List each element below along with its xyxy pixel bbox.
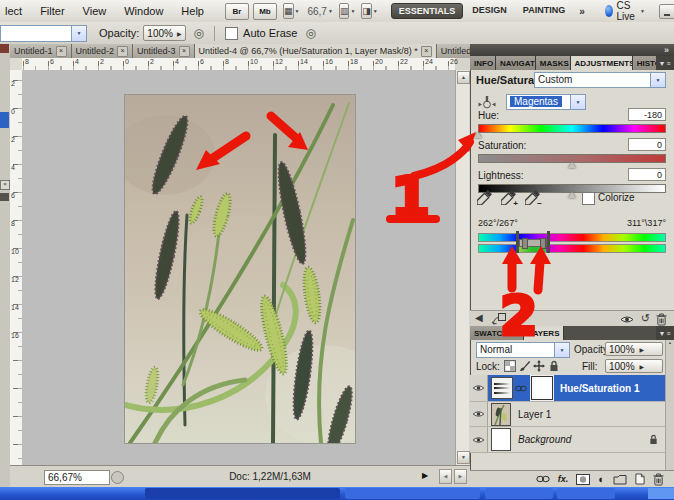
range-feather-tab-right[interactable] — [540, 238, 546, 249]
close-icon[interactable] — [179, 46, 190, 57]
hue-slider-thumb[interactable] — [474, 132, 482, 138]
eyedropper-icon[interactable] — [477, 190, 493, 206]
cs-live-button[interactable]: CS Live ▼ — [605, 0, 647, 22]
tablet-pressure-size-icon[interactable]: ◎ — [305, 26, 315, 40]
menu-item[interactable]: Help — [172, 5, 213, 17]
close-icon[interactable] — [421, 46, 432, 57]
lock-pixels-brush-icon[interactable] — [519, 360, 531, 372]
taskbar-button-active[interactable] — [145, 488, 340, 499]
layer-name[interactable]: Layer 1 — [518, 409, 551, 420]
document-tab[interactable]: Untitled-3 — [133, 44, 195, 58]
lock-position-move-icon[interactable] — [533, 360, 545, 372]
workspace-button[interactable]: PAINTING — [516, 3, 572, 19]
layer-row-background[interactable]: Background — [470, 427, 666, 453]
panel-tab[interactable]: MASKS — [536, 56, 571, 70]
horizontal-scrollbar[interactable]: ◀ ▶ — [439, 469, 467, 483]
menu-item[interactable]: Filter — [31, 5, 73, 17]
layer-style-fx-icon[interactable]: fx. — [558, 474, 569, 484]
tool-preset-picker[interactable] — [0, 25, 72, 42]
hue-value-field[interactable]: -180 — [628, 108, 666, 121]
layer-name[interactable]: Background — [518, 434, 571, 445]
panel-tab[interactable]: NAVIGAT — [496, 56, 536, 70]
lock-transparency-icon[interactable] — [504, 360, 516, 372]
opacity-input[interactable]: 100%▶ — [143, 25, 185, 41]
channel-dropdown[interactable]: Magentas▼ — [506, 94, 586, 110]
guides-grid-icon[interactable]: ▦ — [283, 3, 294, 19]
menu-item[interactable]: View — [74, 5, 116, 17]
reset-icon[interactable]: ↺ — [641, 312, 650, 325]
scroll-left-icon[interactable]: ◀ — [439, 469, 452, 484]
chevron-down-icon[interactable]: ▼ — [72, 25, 87, 42]
layer-name[interactable]: Hue/Saturation 1 — [560, 383, 639, 394]
vertical-scrollbar[interactable]: ▲ ▼ — [455, 70, 469, 465]
layers-scrollbar[interactable]: ▲ — [665, 340, 674, 470]
scroll-down-icon[interactable]: ▼ — [457, 451, 470, 464]
bridge-button[interactable]: Br — [225, 3, 249, 20]
hue-slider[interactable] — [478, 124, 666, 133]
clip-to-layer-icon[interactable] — [492, 313, 506, 325]
screen-mode-icon[interactable]: ◨ — [361, 3, 372, 19]
add-to-sample-eyedropper-icon[interactable]: + — [501, 190, 517, 206]
lightness-value-field[interactable]: 0 — [628, 168, 666, 181]
saturation-slider-thumb[interactable] — [568, 162, 576, 168]
new-adjustment-layer-icon[interactable]: ◐ — [598, 473, 605, 485]
saturation-value-field[interactable]: 0 — [628, 138, 666, 151]
preset-dropdown[interactable]: Custom▼ — [534, 72, 666, 88]
new-layer-icon[interactable] — [635, 473, 645, 485]
taskbar-button[interactable] — [557, 488, 615, 499]
subtract-from-sample-eyedropper-icon[interactable]: − — [525, 190, 541, 206]
close-icon[interactable] — [117, 46, 128, 57]
adjustment-layer-thumbnail[interactable] — [491, 377, 513, 399]
close-icon[interactable]: × — [0, 180, 10, 190]
layer-visibility-toggle[interactable] — [470, 375, 488, 401]
layer-thumbnail[interactable] — [491, 403, 511, 426]
menu-item[interactable]: Window — [115, 5, 172, 17]
zoom-percentage-field[interactable]: 66,67% — [44, 470, 110, 485]
layer-row-layer1[interactable]: Layer 1 — [470, 402, 666, 427]
scroll-right-icon[interactable]: ▶ — [454, 469, 467, 484]
layer-row-hue-saturation[interactable]: Hue/Saturation 1 — [470, 375, 666, 402]
panel-tab[interactable]: SWATCHES — [470, 326, 524, 340]
layer-visibility-toggle[interactable] — [470, 402, 488, 426]
lightness-slider-thumb[interactable] — [568, 192, 576, 198]
panel-tab[interactable]: LAYERS — [524, 326, 565, 340]
lock-all-icon[interactable] — [548, 360, 560, 372]
collapse-panels-chevrons[interactable]: » — [664, 45, 669, 55]
scroll-up-icon[interactable]: ▲ — [457, 71, 470, 84]
menu-item[interactable]: lect — [0, 5, 31, 17]
panel-tab[interactable]: INFO — [470, 56, 496, 70]
panel-tab[interactable]: ADJUSTMENTS — [571, 56, 633, 70]
panel-menu-icon[interactable] — [656, 56, 674, 70]
targeted-adjustment-icon[interactable] — [478, 94, 496, 110]
workspace-button[interactable]: DESIGN — [465, 3, 514, 19]
photo-image[interactable] — [125, 95, 355, 443]
delete-layer-trash-icon[interactable] — [653, 473, 664, 486]
mask-link-icon[interactable] — [515, 385, 527, 392]
arrange-documents-icon[interactable]: ▥ — [339, 3, 350, 19]
layer-mask-thumbnail[interactable] — [531, 376, 553, 400]
document-tab[interactable]: Untitled- — [437, 44, 470, 58]
tablet-pressure-opacity-icon[interactable]: ◎ — [194, 26, 204, 40]
colorize-checkbox[interactable] — [582, 192, 595, 205]
layer-opacity-input[interactable]: 100%▶ — [605, 342, 663, 356]
status-flyout-arrow-icon[interactable]: ▶ — [422, 471, 428, 480]
auto-erase-checkbox[interactable] — [225, 27, 238, 40]
taskbar-button[interactable] — [345, 488, 480, 499]
document-tab[interactable]: Untitled-4 @ 66,7% (Hue/Saturation 1, La… — [195, 44, 437, 58]
canvas-area[interactable] — [22, 70, 455, 465]
new-group-folder-icon[interactable] — [613, 474, 627, 485]
close-icon[interactable] — [56, 46, 67, 57]
back-arrow-icon[interactable]: ◀ — [475, 312, 483, 323]
range-marker-right[interactable] — [547, 231, 550, 253]
layer-fill-input[interactable]: 100%▶ — [605, 359, 663, 373]
layer-thumbnail[interactable] — [491, 428, 511, 451]
mini-bridge-button[interactable]: Mb — [253, 3, 277, 20]
trash-icon[interactable] — [656, 313, 667, 326]
workspace-overflow-chevrons[interactable]: » — [579, 6, 585, 17]
layer-visibility-toggle[interactable] — [470, 427, 488, 452]
toggle-visibility-eye-icon[interactable] — [620, 315, 634, 324]
workspace-button[interactable]: ESSENTIALS — [391, 3, 464, 19]
document-tab[interactable]: Untitled-1 — [10, 44, 72, 58]
link-layers-icon[interactable] — [536, 475, 550, 483]
add-layer-mask-icon[interactable] — [576, 474, 590, 485]
